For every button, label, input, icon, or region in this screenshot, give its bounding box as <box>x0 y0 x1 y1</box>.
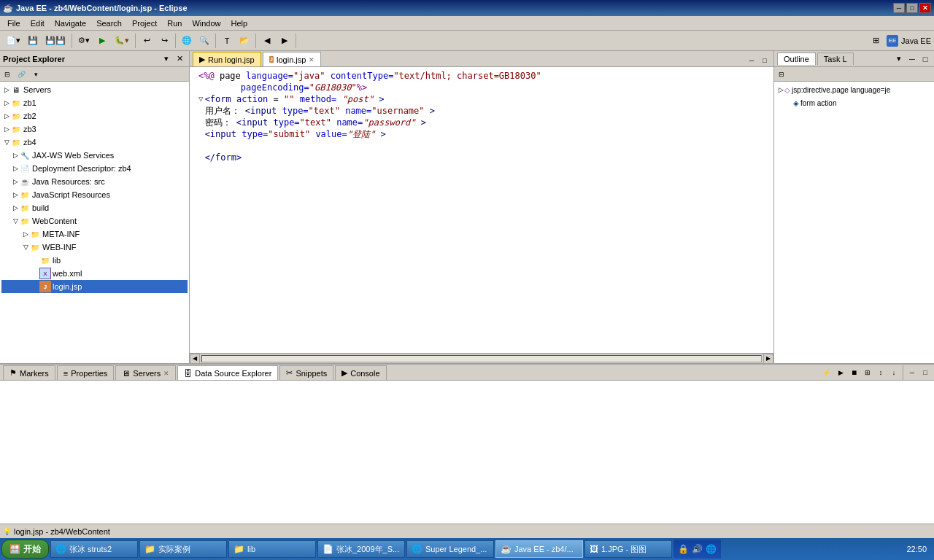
tree-item-zb2[interactable]: ▷ 📁 zb2 <box>1 109 188 122</box>
prev-edit-button[interactable]: ↩ <box>139 33 155 49</box>
bottom-panel-btn1[interactable]: ⚡ <box>819 367 833 378</box>
tree-item-zb4[interactable]: ▽ 📁 zb4 <box>1 136 188 149</box>
toggle-form[interactable] <box>786 99 793 106</box>
perspective-label: Java EE <box>901 36 931 45</box>
editor-maximize-button[interactable]: □ <box>759 55 771 66</box>
tree-item-servers[interactable]: ▷ 🖥 Servers <box>1 83 188 96</box>
toggle-directive[interactable]: ▷ <box>777 86 784 93</box>
tree-item-js-resources[interactable]: ▷ 📁 JavaScript Resources <box>1 188 188 201</box>
search-button[interactable]: 🔍 <box>196 33 212 49</box>
run-button[interactable]: ▶ <box>94 33 110 49</box>
tree-item-build[interactable]: ▷ 📁 build <box>1 201 188 214</box>
forward-button[interactable]: ▶ <box>277 33 293 49</box>
tree-item-jaxws[interactable]: ▷ 🔧 JAX-WS Web Services <box>1 149 188 162</box>
project-explorer-close[interactable]: ✕ <box>174 53 186 65</box>
menu-help[interactable]: Help <box>227 18 252 29</box>
menu-run[interactable]: Run <box>163 18 186 29</box>
editor-h-scrollbar[interactable]: ◀ ▶ <box>190 353 773 363</box>
outline-minimize-button[interactable]: ─ <box>906 53 918 65</box>
toggle-zb3[interactable]: ▷ <box>3 125 10 133</box>
toggle-zb4[interactable]: ▽ <box>3 139 10 146</box>
close-button[interactable]: ✕ <box>919 3 931 13</box>
toggle-webcontent[interactable]: ▽ <box>12 217 19 225</box>
open-browser-button[interactable]: 🌐 <box>179 33 195 49</box>
toggle-build[interactable]: ▷ <box>12 204 19 211</box>
tab-close-loginjsp[interactable]: ✕ <box>309 56 314 63</box>
menu-edit[interactable]: Edit <box>26 18 49 29</box>
bottom-panel-btn6[interactable]: ↓ <box>888 367 900 378</box>
scroll-left-button[interactable]: ◀ <box>190 354 200 364</box>
tab-outline[interactable]: Outline <box>777 52 816 65</box>
toggle-java-resources[interactable]: ▷ <box>12 178 19 185</box>
tab-markers[interactable]: ⚑ Markers <box>3 365 55 380</box>
outline-collapse-button[interactable]: ⊟ <box>776 69 787 80</box>
minimize-button[interactable]: ─ <box>893 3 905 13</box>
tree-item-metainf[interactable]: ▷ 📁 META-INF <box>1 228 188 241</box>
scroll-right-button[interactable]: ▶ <box>763 354 773 364</box>
outline-maximize-button[interactable]: □ <box>919 53 931 65</box>
toggle-deployment[interactable]: ▷ <box>12 165 19 172</box>
tab-console[interactable]: ▶ Console <box>335 365 386 380</box>
editor-minimize-button[interactable]: ─ <box>746 55 757 66</box>
tab-servers[interactable]: 🖥 Servers ✕ <box>115 365 176 380</box>
explorer-menu-button[interactable]: ▾ <box>30 69 42 80</box>
bottom-panel-btn4[interactable]: ⊞ <box>862 367 873 378</box>
tab-task-list[interactable]: Task L <box>817 52 854 65</box>
bottom-panel-maximize[interactable]: □ <box>919 367 931 378</box>
tree-item-loginjsp[interactable]: J login.jsp <box>1 280 188 293</box>
toggle-jaxws[interactable]: ▷ <box>12 152 19 159</box>
tab-snippets[interactable]: ✂ Snippets <box>279 365 333 380</box>
next-edit-button[interactable]: ↪ <box>156 33 172 49</box>
open-type-button[interactable]: T <box>219 33 235 49</box>
outline-item-directive[interactable]: ▷ ◇ jsp:directive.page language=je <box>776 83 933 96</box>
menu-file[interactable]: File <box>3 18 25 29</box>
toggle-servers[interactable]: ▷ <box>3 86 10 93</box>
servers-tab-close[interactable]: ✕ <box>163 370 169 377</box>
collapse-form-button[interactable]: ▽ <box>198 93 204 105</box>
perspective-layout-button[interactable]: ⊞ <box>868 33 884 49</box>
code-editor[interactable]: <%@ page language="java" contentType="te… <box>190 67 773 353</box>
tree-item-webxml[interactable]: X web.xml <box>1 267 188 280</box>
bottom-panel-btn5[interactable]: ↕ <box>875 367 887 378</box>
save-button[interactable]: 💾 <box>25 33 41 49</box>
collapse-all-button[interactable]: ⊟ <box>1 69 13 80</box>
toggle-webxml[interactable] <box>32 270 39 277</box>
maximize-button[interactable]: □ <box>906 3 918 13</box>
toggle-metainf[interactable]: ▷ <box>22 230 29 238</box>
save-all-button[interactable]: 💾💾 <box>42 33 69 49</box>
outline-item-form[interactable]: ◈ form action <box>776 96 933 109</box>
tree-item-webcontent[interactable]: ▽ 📁 WebContent <box>1 214 188 228</box>
new-button[interactable]: 📄▾ <box>3 33 23 49</box>
tree-item-lib[interactable]: 📁 lib <box>1 254 188 267</box>
tree-item-deployment[interactable]: ▷ 📄 Deployment Descriptor: zb4 <box>1 162 188 175</box>
tab-run-login[interactable]: ▶ Run login.jsp <box>193 52 261 66</box>
bottom-panel-minimize[interactable]: ─ <box>906 367 918 378</box>
toggle-lib[interactable] <box>32 257 39 264</box>
tree-item-zb3[interactable]: ▷ 📁 zb3 <box>1 122 188 136</box>
h-scroll-track[interactable] <box>201 355 762 362</box>
open-resource-button[interactable]: 📂 <box>236 33 252 49</box>
outline-menu-button[interactable]: ▾ <box>893 53 905 65</box>
menu-search[interactable]: Search <box>92 18 126 29</box>
back-button[interactable]: ◀ <box>259 33 275 49</box>
toggle-webinf[interactable]: ▽ <box>22 244 29 251</box>
tab-data-source[interactable]: 🗄 Data Source Explorer <box>177 365 278 380</box>
tree-item-webinf[interactable]: ▽ 📁 WEB-INF <box>1 241 188 254</box>
tab-properties[interactable]: ≡ Properties <box>57 365 115 380</box>
run-ext-button[interactable]: ⚙▾ <box>75 33 93 49</box>
link-with-editor-button[interactable]: 🔗 <box>15 69 28 80</box>
menu-project[interactable]: Project <box>128 18 161 29</box>
toggle-zb1[interactable]: ▷ <box>3 99 10 106</box>
debug-button[interactable]: 🐛▾ <box>112 33 132 49</box>
menu-window[interactable]: Window <box>188 18 225 29</box>
bottom-panel-btn2[interactable]: ▶ <box>835 367 846 378</box>
menu-navigate[interactable]: Navigate <box>50 18 90 29</box>
tab-login-jsp[interactable]: J login.jsp ✕ <box>263 52 322 66</box>
toggle-loginjsp[interactable] <box>32 283 39 290</box>
toggle-zb2[interactable]: ▷ <box>3 112 10 120</box>
toggle-js-resources[interactable]: ▷ <box>12 191 19 198</box>
tree-item-zb1[interactable]: ▷ 📁 zb1 <box>1 96 188 109</box>
project-explorer-menu[interactable]: ▾ <box>161 53 172 65</box>
bottom-panel-btn3[interactable]: ⏹ <box>848 367 860 378</box>
tree-item-java-resources[interactable]: ▷ ☕ Java Resources: src <box>1 175 188 188</box>
